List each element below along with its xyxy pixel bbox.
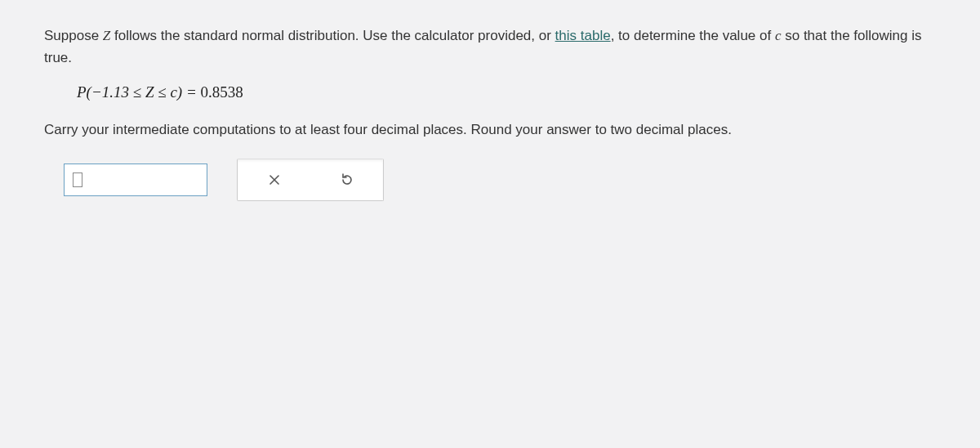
intro-after-link: , to determine the value of	[611, 28, 775, 43]
this-table-link[interactable]: this table	[555, 28, 611, 43]
clear-button[interactable]	[255, 165, 294, 195]
reset-button[interactable]	[327, 165, 367, 195]
eq-lhs: P(−1.13 ≤ Z ≤ c) =	[77, 83, 201, 101]
undo-icon	[340, 172, 354, 187]
button-tray	[237, 159, 384, 201]
var-z: Z	[103, 28, 110, 43]
intro-mid: follows the standard normal distribution…	[110, 28, 555, 43]
probability-equation: P(−1.13 ≤ Z ≤ c) = 0.8538	[44, 80, 936, 105]
controls-row	[44, 159, 936, 201]
x-icon	[268, 173, 281, 186]
answer-placeholder-icon	[73, 172, 82, 187]
problem-intro: Suppose Z follows the standard normal di…	[44, 25, 936, 69]
eq-rhs: 0.8538	[201, 83, 243, 101]
intro-prefix: Suppose	[44, 28, 103, 43]
instructions-text: Carry your intermediate computations to …	[44, 119, 936, 141]
answer-input[interactable]	[64, 164, 207, 196]
